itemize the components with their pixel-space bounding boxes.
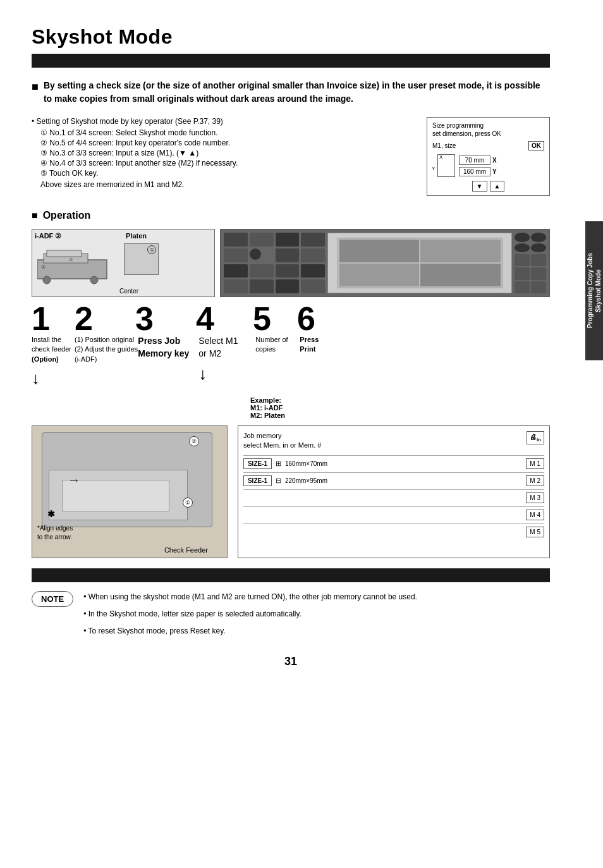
step-3-number: 3 — [135, 302, 196, 335]
memory-row-3: M 3 — [243, 489, 544, 503]
memory-row-1: SIZE-1 ⊞ 160mm×70mm M 1 — [243, 455, 544, 469]
panel-m1-row: M1, size OK — [432, 141, 544, 150]
size-btn-2: SIZE-1 — [243, 475, 272, 486]
y-label: Y — [432, 166, 435, 171]
step-3-label: Press Job Memory key — [138, 335, 198, 360]
m-btn-4: M 4 — [526, 510, 544, 520]
job-memory-panel: Job memory select Mem. in or Mem. # 🖨in … — [238, 425, 550, 558]
section-bullet-icon: ■ — [32, 80, 39, 94]
m-btn-5: M 5 — [526, 527, 544, 537]
note-section: NOTE When using the skyshot mode (M1 and… — [32, 591, 550, 643]
panel-diagram: X Y 70 mm X 160 mm Y — [432, 154, 544, 177]
arrow-down-btn[interactable]: ▼ — [472, 181, 487, 192]
m-btn-3: M 3 — [526, 492, 544, 503]
svg-rect-2 — [47, 250, 82, 257]
platen-label: Platen — [126, 232, 147, 240]
step-1-arrow: ↓ — [32, 367, 75, 389]
copier-right-buttons — [515, 233, 546, 293]
note-content: When using the skyshot mode (M1 and M2 a… — [83, 591, 417, 643]
step-5-label: Number of copies — [255, 335, 300, 355]
step-4-number: 4 — [196, 302, 253, 335]
note-3: To reset Skyshot mode, press Reset key. — [83, 625, 417, 637]
panel-rect: X Y — [437, 154, 455, 177]
step-2-label: (1) Position original (2) Adjust the gui… — [75, 335, 138, 364]
circle-2: ② — [189, 436, 199, 446]
steps-top-diagram: i-ADF ② Platen ① ① ② Center — [32, 229, 550, 297]
panel-y-letter: Y — [492, 168, 497, 175]
copier-image — [220, 229, 550, 297]
note-badge: NOTE — [32, 591, 73, 607]
main-description-block: ■ By setting a check size (or the size o… — [32, 79, 550, 106]
feeder-body: ② ① ✱ → — [42, 432, 212, 527]
setting-step-4: ④ No.4 of 3/3 screen: Input another size… — [40, 159, 414, 168]
step-labels-row: Install the check feeder (Option) ↓ (1) … — [32, 335, 550, 390]
step-numbers-row: 1 2 3 4 5 6 — [32, 302, 550, 335]
setting-bullet: Setting of Skyshot mode by key operator … — [32, 117, 414, 126]
size-btn-1: SIZE-1 — [243, 458, 272, 469]
adf-svg: ① ② — [37, 247, 119, 285]
printer-icon: 🖨in — [530, 433, 541, 441]
dim-1: 160mm×70mm — [285, 460, 522, 467]
example-label: Example: — [250, 396, 281, 404]
bottom-diagrams: ② ① ✱ → *Align edges to the arrow. Check… — [32, 425, 550, 558]
setting-note: Above sizes are memorized in M1 and M2. — [32, 180, 414, 189]
step-1-number: 1 — [32, 302, 75, 335]
operation-title: Operation — [43, 210, 91, 221]
step-6-block: 6 — [297, 302, 329, 335]
feeder-arrow: → — [68, 472, 80, 487]
machine-diagram: i-ADF ② Platen ① ① ② Center — [32, 229, 215, 297]
panel-x-letter: X — [492, 157, 497, 164]
svg-text:①: ① — [41, 264, 46, 270]
operation-header: ■ Operation — [32, 210, 550, 221]
icon-1: ⊞ — [276, 460, 281, 468]
main-description-text: By setting a check size (or the size of … — [44, 79, 550, 106]
step-5-number: 5 — [253, 302, 297, 335]
example-m1: M1: i-ADF — [250, 404, 283, 412]
setting-section: Setting of Skyshot mode by key operator … — [32, 117, 550, 196]
dim-2: 220mm×95mm — [285, 477, 522, 484]
svg-text:②: ② — [69, 257, 73, 262]
x-label: X — [439, 154, 442, 160]
panel-mm-rows: 70 mm X 160 mm Y — [459, 156, 497, 176]
page-number: 31 — [32, 655, 550, 668]
step-1-label: Install the check feeder (Option) ↓ — [32, 335, 75, 390]
center-label: Center — [119, 288, 138, 295]
example-block: Example: M1: i-ADF M2: Platen — [250, 396, 550, 419]
panel-x-row: 70 mm X — [459, 156, 497, 165]
align-edges-text: *Align edges to the arrow. — [37, 524, 73, 542]
m-btn-2: M 2 — [526, 475, 544, 486]
side-tab-text: Programming Copy JobsSkyshot Mode — [586, 254, 602, 329]
job-memory-title: Job memory select Mem. in or Mem. # — [243, 431, 321, 451]
example-m2: M2: Platen — [250, 412, 285, 419]
side-tab: Programming Copy JobsSkyshot Mode — [585, 221, 603, 360]
svg-point-3 — [43, 276, 51, 284]
job-memory-header: Job memory select Mem. in or Mem. # 🖨in — [243, 431, 544, 451]
footer-bar — [32, 568, 550, 582]
panel-x-value: 70 mm — [459, 156, 490, 165]
copier-screen — [327, 233, 512, 293]
star-marker: ✱ — [47, 509, 55, 519]
panel-title: Size programming set dimension, press OK — [432, 121, 544, 138]
panel-ok-button: OK — [528, 141, 544, 150]
setting-step-5: ⑤ Touch OK key. — [40, 169, 414, 178]
svg-point-4 — [90, 276, 98, 284]
circle-1-feeder: ① — [183, 498, 193, 508]
step-3-block: 3 — [135, 302, 196, 335]
step-2-block: 2 — [75, 302, 135, 335]
icon-2: ⊟ — [276, 477, 281, 485]
copier-keypad — [224, 233, 325, 293]
note-1: When using the skyshot mode (M1 and M2 a… — [83, 591, 417, 603]
copier-panel — [221, 229, 549, 296]
panel-y-row: 160 mm Y — [459, 167, 497, 176]
arrow-up-btn[interactable]: ▲ — [490, 181, 505, 192]
setting-list: Setting of Skyshot mode by key operator … — [32, 117, 414, 189]
step-4-block: 4 — [196, 302, 253, 335]
memory-row-4: M 4 — [243, 506, 544, 520]
page-title: Skyshot Mode — [32, 25, 550, 49]
step-6-label: Press Print — [300, 335, 331, 355]
setting-step-3: ③ No.3 of 3/3 screen: Input a size (M1).… — [40, 149, 414, 157]
operation-icon: ■ — [32, 210, 38, 221]
panel-y-value: 160 mm — [459, 167, 490, 176]
feeder-illustration: ② ① ✱ → *Align edges to the arrow. Check… — [32, 425, 228, 558]
platen-box: ① — [124, 243, 159, 275]
